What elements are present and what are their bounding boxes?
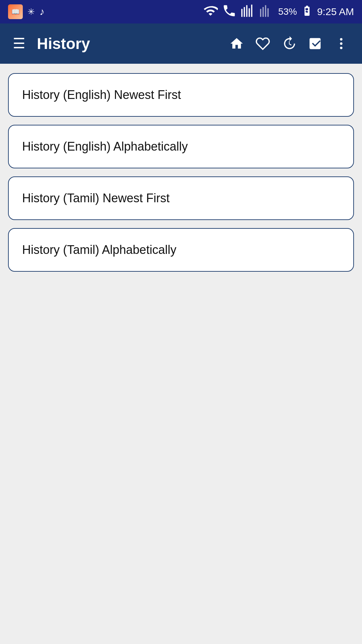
svg-point-0 xyxy=(340,38,342,41)
checklist-button[interactable] xyxy=(304,33,326,54)
signal2-icon xyxy=(259,3,274,20)
status-time: 9:25 AM xyxy=(317,6,354,17)
svg-point-2 xyxy=(340,47,342,49)
phone-icon xyxy=(222,3,237,20)
home-button[interactable] xyxy=(225,33,248,54)
status-bar: 📖 ✳ ♪ 53% 9: xyxy=(0,0,362,23)
list-item-label: History (Tamil) Alphabetically xyxy=(22,243,176,257)
list-item-label: History (Tamil) Newest First xyxy=(22,191,170,205)
main-content: History (English) Newest First History (… xyxy=(0,64,362,644)
favorites-button[interactable] xyxy=(251,33,274,54)
history-button[interactable] xyxy=(278,33,300,54)
list-item[interactable]: History (English) Newest First xyxy=(8,73,354,117)
pinwheel-icon: ✳ xyxy=(27,7,35,17)
page-title: History xyxy=(37,35,225,53)
svg-point-1 xyxy=(340,42,342,45)
list-item[interactable]: History (Tamil) Alphabetically xyxy=(8,228,354,272)
music-icon: ♪ xyxy=(40,6,45,17)
list-item[interactable]: History (English) Alphabetically xyxy=(8,125,354,168)
status-bar-left-icons: 📖 ✳ ♪ xyxy=(8,4,45,19)
wifi-icon xyxy=(203,3,218,20)
list-item[interactable]: History (Tamil) Newest First xyxy=(8,176,354,220)
toolbar: ☰ History xyxy=(0,23,362,64)
menu-button[interactable]: ☰ xyxy=(9,33,29,54)
signal-icon xyxy=(241,3,255,20)
app-icon: 📖 xyxy=(8,4,23,19)
toolbar-icons xyxy=(225,33,353,54)
list-item-label: History (English) Alphabetically xyxy=(22,140,188,154)
status-bar-right-icons: 53% 9:25 AM xyxy=(203,3,354,20)
battery-text: 53% xyxy=(278,6,297,17)
list-item-label: History (English) Newest First xyxy=(22,88,181,102)
more-options-button[interactable] xyxy=(330,33,353,54)
battery-icon xyxy=(301,3,313,20)
